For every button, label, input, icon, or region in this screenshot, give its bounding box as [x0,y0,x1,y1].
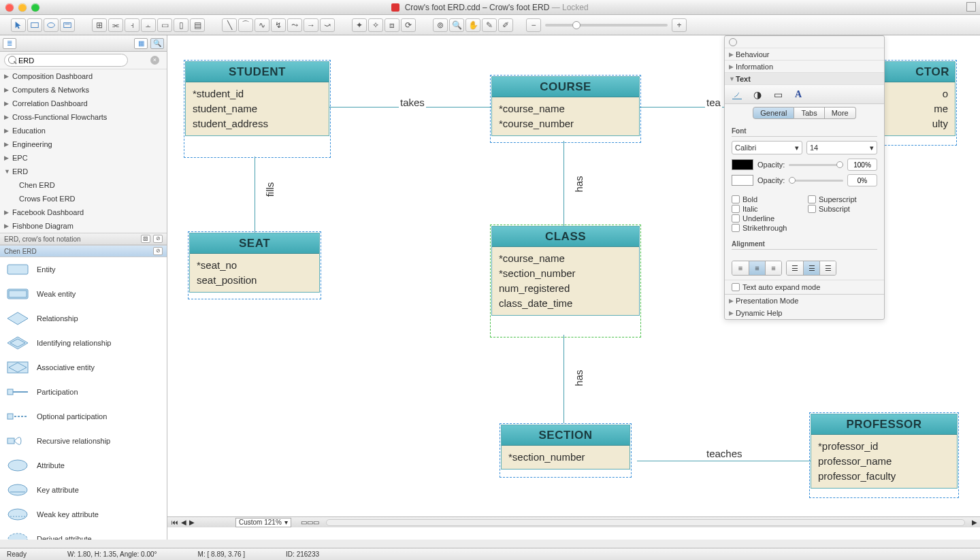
library-tree-item[interactable]: ▶Computers & Networks [0,83,167,97]
connector-smart-tool[interactable]: ↯ [271,18,286,32]
italic-checkbox[interactable] [732,205,740,213]
category-save-icon[interactable]: ▧ [141,235,150,243]
shape-item[interactable]: Relationship [0,306,167,331]
rotate-tool[interactable]: ⟳ [401,18,416,32]
zoom-combo[interactable]: Custom 121%▾ [235,518,291,527]
library-tree-item[interactable]: ▶Engineering [0,137,167,151]
panel-group-presentation[interactable]: ▶Presentation Mode [725,295,884,307]
font-family-select[interactable]: Calibri▾ [732,141,802,154]
crop-tool[interactable]: ⧈ [385,18,399,32]
library-tree-item[interactable]: ▶Cross-Functional Flowcharts [0,110,167,124]
library-tree-item[interactable]: ▶Facebook Dashboard [0,205,167,219]
arc-tool[interactable]: ⌒ [238,18,253,32]
panel-group-dynamic-help[interactable]: ▶Dynamic Help [725,307,884,319]
library-tree-item[interactable]: ▶Correlation Dashboard [0,97,167,110]
panel-group-information[interactable]: ▶Information [725,61,884,73]
panel-group-text[interactable]: ▼Text [725,73,884,85]
canvas[interactable]: takes tea fills has has teaches STUDENT … [167,35,980,540]
library-tree-item[interactable]: ▶EPC [0,151,167,165]
category-close-icon[interactable]: ⊘ [153,247,163,255]
subscript-checkbox[interactable] [808,205,816,213]
entity-ctor-clipped[interactable]: CTOR omeulty [879,61,956,136]
shape-item[interactable]: Derived attribute [0,527,167,540]
library-tree-item[interactable]: ▶Composition Dashboard [0,69,167,83]
text-underline-tool[interactable]: ⟋ [729,88,745,101]
shape-item[interactable]: Attribute [0,453,167,478]
horizontal-scrollbar[interactable] [326,519,965,526]
panel-radio-icon[interactable] [729,38,737,46]
text-color-swatch[interactable] [732,159,753,170]
pointer-tool[interactable] [11,18,26,32]
underline-checkbox[interactable] [732,214,740,223]
zoom-region-tool[interactable]: 🔍 [449,18,464,32]
minimize-window-button[interactable] [18,3,27,12]
entity-student[interactable]: STUDENT *student_idstudent_namestudent_a… [185,61,329,136]
hand-tool[interactable]: ✋ [466,18,480,32]
shape-item[interactable]: Weak entity [0,282,167,306]
category-header-crow[interactable]: ERD, crow's foot notation ▧⊘ [0,233,167,245]
spline-tool[interactable]: ∿ [255,18,270,32]
library-tree-child[interactable]: Chen ERD [0,178,167,192]
auto-expand-checkbox[interactable] [732,283,740,291]
shape-item[interactable]: Participation [0,380,167,404]
ellipse-tool[interactable] [44,18,59,32]
strikethrough-checkbox[interactable] [732,224,740,232]
shape-item[interactable]: Entity [0,257,167,282]
sidebar-grid-tab[interactable]: ▦ [134,38,148,49]
align-tool[interactable]: ⫞ [125,18,140,32]
entity-class[interactable]: CLASS *course_name*section_numbernum_reg… [491,226,640,316]
page-prev-icon[interactable]: ◀ [181,518,186,526]
shape-item[interactable]: Identifying relationship [0,331,167,355]
shape-item[interactable]: Weak key attribute [0,502,167,527]
edit-points-tool[interactable]: ✦ [352,18,367,32]
rect-tool[interactable] [27,18,42,32]
sidebar-tree-tab[interactable]: ≣ [3,38,16,49]
line-tool[interactable]: ╲ [222,18,237,32]
shape-item[interactable]: Key attribute [0,478,167,502]
sidebar-search-input[interactable] [4,54,128,67]
text-shadow-tool[interactable]: ◑ [749,88,766,101]
entity-professor[interactable]: PROFESSOR *professor_idprofessor_namepro… [811,414,958,489]
zoom-out-button[interactable]: − [526,18,541,32]
shape-item[interactable]: Optional participation [0,404,167,429]
text-tool[interactable] [60,18,75,32]
shape-item[interactable]: Associative entity [0,355,167,380]
panel-tab-more[interactable]: More [825,107,856,119]
page-nav-icon[interactable]: ⏮ [172,518,178,526]
panel-tab-general[interactable]: General [753,107,794,119]
entity-section[interactable]: SECTION *section_number [501,425,630,470]
library-tree-item[interactable]: ▶Education [0,124,167,137]
align-right-button[interactable]: ≡ [765,261,781,275]
category-header-chen[interactable]: Chen ERD ⊘ [0,245,167,257]
align-left-button[interactable]: ≡ [732,261,749,275]
group-tool[interactable]: ▭ [157,18,172,32]
bg-opacity-input[interactable] [847,174,877,186]
text-box-tool[interactable]: ▭ [770,88,786,101]
ungroup-tool[interactable]: ▯ [174,18,189,32]
font-size-select[interactable]: 14▾ [806,141,877,154]
zoom-window-button[interactable] [31,3,39,12]
order-tool[interactable]: ▤ [190,18,205,32]
align-bottom-button[interactable]: ☰ [819,261,836,275]
entity-course[interactable]: COURSE *course_name*course_number [491,76,640,136]
panel-tab-tabs[interactable]: Tabs [794,107,824,119]
category-close-icon[interactable]: ⊘ [153,235,163,243]
text-font-tool[interactable]: A [790,88,806,101]
page-thumbs-icon[interactable]: ▭▭▭ [301,518,319,526]
tree-tool[interactable]: ⊞ [92,18,107,32]
chain-tool[interactable]: ⫘ [108,18,123,32]
distribute-tool[interactable]: ⫠ [141,18,156,32]
edit-segments-tool[interactable]: ✧ [368,18,383,32]
zoom-slider[interactable] [545,24,668,27]
bold-checkbox[interactable] [732,195,740,203]
connector-curve-tool[interactable]: ⤻ [320,18,335,32]
close-window-button[interactable] [5,3,14,12]
bg-opacity-slider[interactable] [789,180,843,182]
panel-group-behaviour[interactable]: ▶Behaviour [725,48,884,61]
align-middle-button[interactable]: ☰ [803,261,819,275]
library-tree-child[interactable]: Crows Foot ERD [0,192,167,205]
fullscreen-icon[interactable] [966,2,976,12]
page-next-icon[interactable]: ▶ [189,518,195,526]
sidebar-search-tab[interactable]: 🔍 [150,38,164,49]
sidebar-search-clear[interactable]: × [150,56,159,65]
